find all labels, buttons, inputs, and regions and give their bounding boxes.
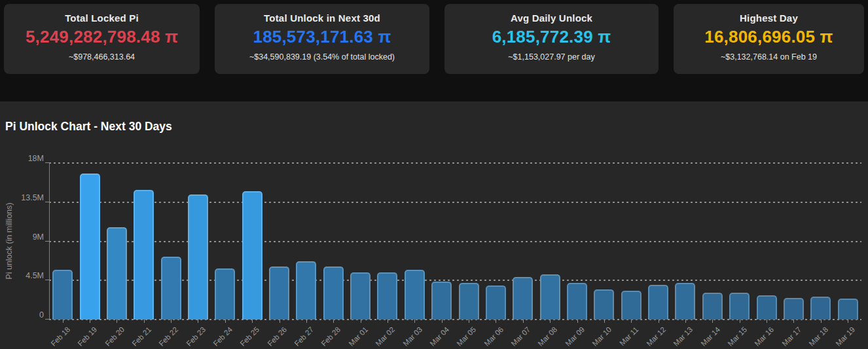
bar-slot: Mar 09 [564,163,590,320]
card-title: Total Locked Pi [4,12,200,24]
x-tick-label: Mar 02 [374,325,397,348]
bar-mar-07[interactable] [513,277,533,320]
x-tick-label: Mar 06 [482,325,505,348]
card-subtext: ~$978,466,313.64 [4,52,200,62]
bar-slot: Mar 18 [807,163,834,320]
bar-slot: Feb 20 [103,163,130,320]
bar-mar-16[interactable] [757,295,777,320]
x-tick-label: Mar 09 [564,325,586,348]
card-subtext: ~$3,132,768.14 on Feb 19 [674,52,864,62]
bar-mar-08[interactable] [540,274,560,320]
x-tick-mark [767,320,767,323]
bar-mar-10[interactable] [594,289,614,320]
bar-mar-02[interactable] [377,272,397,320]
x-tick-mark [469,320,469,323]
x-tick-label: Feb 26 [266,325,288,348]
x-tick-mark [793,320,794,323]
card-title: Avg Daily Unlock [444,12,659,24]
chart-title: Pi Unlock Chart - Next 30 Days [5,120,172,134]
x-tick-mark [577,320,578,323]
y-tick-label: 9M [33,232,44,242]
bar-feb-27[interactable] [296,261,316,320]
x-tick-label: Feb 20 [103,325,126,348]
x-tick-mark [685,320,686,323]
x-tick-label: Mar 10 [591,325,613,348]
x-tick-label: Mar 08 [537,325,559,348]
y-tick-label: 18M [28,154,44,163]
stat-card-total-unlock-30d: Total Unlock in Next 30d 185,573,171.63 … [215,4,429,74]
bar-slot: Mar 04 [428,163,455,320]
bar-slot: Mar 06 [482,163,509,320]
bar-mar-09[interactable] [567,283,587,320]
bar-slot: Feb 27 [293,163,319,320]
bar-slot: Mar 16 [753,163,780,320]
bar-mar-12[interactable] [648,285,668,320]
bar-slot: Mar 02 [374,163,401,320]
bar-mar-06[interactable] [486,285,506,320]
card-subtext: ~$1,153,027.97 per day [444,52,659,62]
x-tick-mark [414,320,415,323]
bar-feb-19[interactable] [80,174,100,320]
stat-card-total-locked: Total Locked Pi 5,249,282,798.48 π ~$978… [4,4,200,74]
x-tick-mark [117,320,117,323]
bar-mar-15[interactable] [729,293,750,320]
bar-slot: Mar 03 [401,163,428,320]
bar-slot: Mar 17 [780,163,807,320]
bar-feb-28[interactable] [323,266,344,320]
x-tick-label: Feb 24 [212,325,234,348]
bar-mar-17[interactable] [784,298,804,320]
x-tick-label: Feb 27 [293,325,316,348]
card-subtext: ~$34,590,839.19 (3.54% of total locked) [215,52,429,62]
x-tick-mark [333,320,334,323]
x-tick-mark [740,320,740,323]
bar-mar-01[interactable] [350,272,371,320]
bar-mar-11[interactable] [621,291,642,320]
bar-feb-18[interactable] [52,270,73,320]
bar-feb-20[interactable] [107,227,127,320]
bar-slot: Mar 15 [726,163,753,320]
bar-slot: Mar 12 [645,163,672,320]
x-tick-mark [821,320,822,323]
y-axis-line [49,163,50,320]
y-tick-label: 0 [39,310,44,320]
x-tick-label: Feb 23 [185,325,207,348]
x-tick-mark [280,320,280,323]
x-tick-mark [388,320,388,323]
bar-mar-05[interactable] [459,283,479,320]
x-tick-mark [63,320,63,323]
card-title: Total Unlock in Next 30d [215,12,429,24]
bar-mar-13[interactable] [675,283,695,320]
bar-feb-22[interactable] [161,257,181,320]
x-tick-label: Feb 22 [158,325,180,348]
bar-feb-24[interactable] [215,268,235,320]
x-tick-label: Mar 05 [456,325,478,348]
bar-slot: Feb 22 [157,163,184,320]
bar-mar-04[interactable] [431,282,452,320]
x-tick-label: Mar 12 [645,325,667,348]
x-tick-mark [144,320,145,323]
bar-slot: Mar 10 [590,163,617,320]
x-tick-mark [198,320,198,323]
bar-slot: Feb 25 [239,163,266,320]
y-tick-label: 4.5M [26,271,44,280]
bar-feb-21[interactable] [134,190,154,320]
bar-mar-19[interactable] [838,299,858,320]
x-tick-mark [225,320,226,323]
bar-feb-26[interactable] [269,266,289,320]
bar-mar-18[interactable] [810,297,831,320]
bar-slot: Feb 24 [211,163,238,320]
x-tick-label: Mar 04 [428,325,450,348]
stat-card-avg-daily-unlock: Avg Daily Unlock 6,185,772.39 π ~$1,153,… [444,4,659,74]
bar-mar-03[interactable] [405,270,425,320]
x-tick-label: Mar 16 [753,325,776,348]
bar-mar-14[interactable] [702,293,723,320]
x-tick-mark [90,320,90,323]
x-tick-label: Feb 19 [77,325,99,348]
x-tick-label: Mar 03 [401,325,424,348]
bar-feb-25[interactable] [242,191,262,320]
bar-feb-23[interactable] [188,194,208,320]
x-tick-mark [848,320,848,323]
bar-slot: Feb 23 [185,163,211,320]
x-tick-mark [306,320,307,323]
x-tick-mark [631,320,632,323]
